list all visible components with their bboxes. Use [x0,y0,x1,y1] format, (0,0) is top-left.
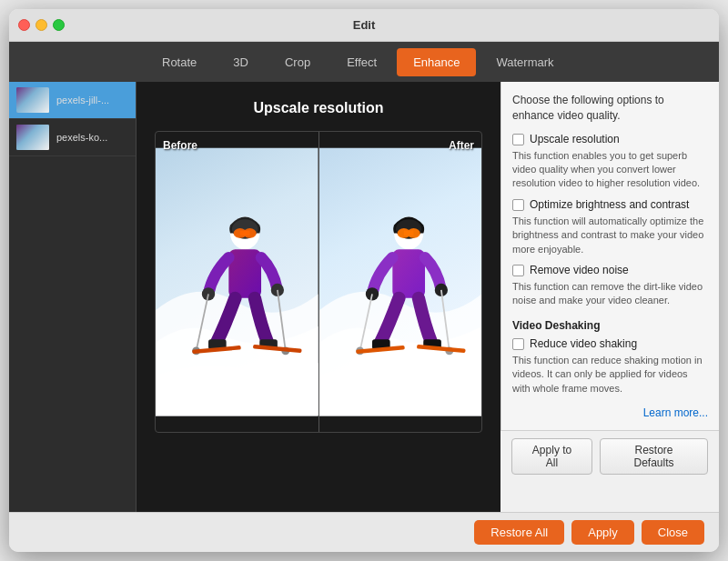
deshaking-checkbox[interactable] [512,338,524,350]
close-button[interactable]: Close [642,520,704,545]
svg-rect-36 [403,231,413,235]
settings-intro: Choose the following options to enhance … [512,93,708,124]
apply-button[interactable]: Apply [571,520,634,545]
sidebar-label-1: pexels-jill-... [56,95,109,105]
titlebar: Edit [9,9,719,42]
tab-watermark[interactable]: Watermark [480,48,570,76]
tab-crop[interactable]: Crop [268,48,327,76]
svg-rect-4 [16,125,49,150]
restore-defaults-button[interactable]: Restore Defaults [600,438,708,475]
upscale-checkbox[interactable] [512,134,524,145]
upscale-option-row: Upscale resolution [512,133,708,145]
before-label: Before [163,139,197,152]
svg-rect-7 [25,137,40,144]
svg-point-1 [20,100,46,111]
settings-action-buttons: Apply to All Restore Defaults [500,430,719,482]
main-content: pexels-jill-... [9,82,719,512]
maximize-window-button[interactable] [53,19,65,31]
bottom-bar: Restore All Apply Close [9,512,719,552]
sidebar-thumb-2 [16,125,49,150]
preview-area: Upscale resolution Before [136,82,500,512]
tab-rotate[interactable]: Rotate [146,48,213,76]
after-panel: After [319,132,482,432]
sidebar-item-2[interactable]: pexels-ko... [9,119,136,156]
settings-panel: Choose the following options to enhance … [500,82,719,430]
deshaking-label: Reduce video shaking [530,337,637,350]
toolbar: Rotate 3D Crop Effect Enhance Watermark [136,42,719,82]
preview-title: Upscale resolution [253,100,383,116]
apply-to-all-button[interactable]: Apply to All [511,438,592,475]
sidebar: pexels-jill-... [9,82,136,512]
upscale-label: Upscale resolution [530,133,620,145]
svg-point-29 [348,349,453,385]
window-title: Edit [353,18,376,32]
brightness-desc: This function will automatically optimiz… [512,215,708,256]
noise-label: Remove video noise [530,264,629,276]
tab-effect[interactable]: Effect [330,48,393,76]
noise-checkbox[interactable] [512,265,524,276]
noise-desc: This function can remove the dirt-like v… [512,280,708,308]
minimize-window-button[interactable] [35,19,47,31]
deshaking-section-header: Video Deshaking [512,319,708,332]
tab-enhance[interactable]: Enhance [397,48,476,76]
brightness-label: Optimize brightness and contrast [530,198,689,211]
sidebar-label-2: pexels-ko... [56,132,107,143]
svg-point-5 [22,140,44,149]
svg-rect-16 [240,231,250,235]
sidebar-thumb-1 [16,87,49,113]
brightness-checkbox[interactable] [512,199,524,211]
tab-3d[interactable]: 3D [217,48,265,76]
learn-more-link[interactable]: Learn more... [512,406,708,419]
svg-rect-3 [24,100,42,107]
tab-bar: Rotate 3D Crop Effect Enhance Watermark [136,42,719,82]
svg-point-2 [28,94,37,103]
window-controls [18,19,65,31]
deshaking-option-row: Reduce video shaking [512,337,708,350]
deshaking-desc: This function can reduce shaking motion … [512,354,708,396]
after-label: After [449,139,474,152]
svg-rect-0 [16,87,49,113]
upscale-desc: This function enables you to get superb … [512,149,708,191]
close-window-button[interactable] [18,19,30,31]
before-panel: Before [156,132,319,432]
noise-option-row: Remove video noise [512,264,708,276]
restore-all-button[interactable]: Restore All [474,520,564,545]
before-after-container: Before [155,131,482,433]
svg-point-9 [188,351,286,384]
brightness-option-row: Optimize brightness and contrast [512,198,708,211]
main-window: Edit Rotate 3D Crop Effect Enhance Water… [9,9,719,552]
sidebar-item-1[interactable]: pexels-jill-... [9,82,136,119]
svg-point-6 [29,131,36,138]
